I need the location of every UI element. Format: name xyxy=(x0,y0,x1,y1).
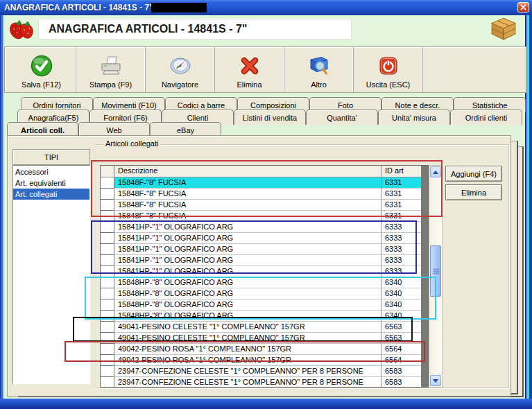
table-row[interactable]: 15848F-"8" FUCSIA6331 xyxy=(101,211,428,222)
table-row[interactable]: 15848F-"8" FUCSIA6331 xyxy=(101,189,428,200)
page-title-box: ANAGRAFICA ARTICOLI - 14841S - 7" xyxy=(38,19,352,40)
more-button[interactable]: Altro xyxy=(284,47,354,92)
cell-id-art: 6564 xyxy=(381,344,421,355)
table-row[interactable]: 15848HP-"8" OLOGRAFICO ARG6340 xyxy=(101,277,428,288)
table-row[interactable]: 15848HP-"8" OLOGRAFICO ARG6340 xyxy=(101,288,428,299)
table-row[interactable]: 49042-PESINO ROSA "1° COMPLEANNO" 157GR6… xyxy=(101,355,428,366)
save-button[interactable]: Salva (F12) xyxy=(7,47,76,92)
row-filler xyxy=(421,377,428,388)
scroll-up-button[interactable] xyxy=(430,166,441,177)
navigator-button[interactable]: Navigatore xyxy=(146,47,215,92)
table-row[interactable]: 15841HP-"1" OLOGRAFICO ARG6333 xyxy=(101,244,428,255)
red-x-icon xyxy=(238,54,261,78)
table-row[interactable]: 15848F-"8" FUCSIA6331 xyxy=(101,177,428,189)
tipi-listbox[interactable]: AccessoriArt. equivalentiArt. collegati xyxy=(12,165,90,384)
table-row[interactable]: 49041-PESINO CELESTE "1° COMPLEANNO" 157… xyxy=(101,322,428,333)
cell-descrizione: 15848HP-"8" OLOGRAFICO ARG xyxy=(114,299,381,311)
toolbar: Salva (F12) Stampa (F9) Navigatore xyxy=(4,46,526,93)
strawberries-icon xyxy=(8,17,37,42)
sidebar-item-art-collegati[interactable]: Art. collegati xyxy=(13,189,89,200)
table-row[interactable]: 15848F-"8" FUCSIA6331 xyxy=(101,200,428,211)
cell-id-art: 6331 xyxy=(381,211,421,222)
row-filler xyxy=(421,222,428,233)
articoli-coll-tab-page: TIPI AccessoriArt. equivalentiArt. colle… xyxy=(7,135,511,397)
compass-icon xyxy=(169,54,192,78)
row-filler xyxy=(421,277,428,288)
cell-descrizione: 49041-PESINO CELESTE "1° COMPLEANNO" 157… xyxy=(114,322,381,333)
linked-articles-grid[interactable]: Descrizione ID art 15848F-"8" FUCSIA6331… xyxy=(100,165,429,388)
table-row[interactable]: 23947-CONFEZIONE CELESTE "1° COMPLEANNO"… xyxy=(101,366,428,377)
row-filler xyxy=(421,200,428,211)
package-icon xyxy=(490,17,517,40)
tab-quantita[interactable]: Quantita' xyxy=(306,110,378,125)
table-row[interactable]: 15841HP-"1" OLOGRAFICO ARG6333 xyxy=(101,255,428,266)
table-row[interactable]: 15841HP-"1" OLOGRAFICO ARG6333 xyxy=(101,266,428,277)
delete-button[interactable]: Elimina xyxy=(215,47,284,92)
cell-id-art: 6331 xyxy=(381,200,421,211)
delete-row-button[interactable]: Elimina xyxy=(445,184,502,200)
cell-descrizione: 15841HP-"1" OLOGRAFICO ARG xyxy=(114,255,381,266)
table-row[interactable]: 49041-PESINO CELESTE "1° COMPLEANNO" 157… xyxy=(101,333,428,344)
row-indicator-cell xyxy=(101,311,114,322)
row-indicator-cell xyxy=(101,211,114,222)
scroll-thumb[interactable] xyxy=(430,245,441,297)
tab-ordini-clienti[interactable]: Ordini clienti xyxy=(450,110,522,125)
close-button[interactable] xyxy=(517,2,529,12)
navigator-button-label: Navigatore xyxy=(162,80,198,89)
cell-descrizione: 15841HP-"1" OLOGRAFICO ARG xyxy=(114,244,381,255)
row-filler xyxy=(421,311,428,322)
cell-descrizione: 15848F-"8" FUCSIA xyxy=(114,177,381,189)
tab-listini-di-vendita[interactable]: Listini di vendita xyxy=(234,110,306,125)
chevron-up-icon xyxy=(433,171,438,174)
scroll-grip-icon xyxy=(434,269,439,270)
row-indicator-cell xyxy=(101,255,114,266)
table-row[interactable]: 23947-CONFEZIONE CELESTE "1° COMPLEANNO"… xyxy=(101,377,428,388)
add-button[interactable]: Aggiungi (F4) xyxy=(445,166,502,182)
grid-header-row: Descrizione ID art xyxy=(101,166,428,177)
table-row[interactable]: 49042-PESINO ROSA "1° COMPLEANNO" 157GR6… xyxy=(101,344,428,355)
row-filler xyxy=(421,233,428,244)
cell-descrizione: 15848F-"8" FUCSIA xyxy=(114,211,381,222)
save-button-label: Salva (F12) xyxy=(22,80,61,89)
sidebar-item-art-equivalenti[interactable]: Art. equivalenti xyxy=(13,177,89,189)
window-border-bottom xyxy=(0,399,532,409)
articoli-collegati-group-label: Articoli collegati xyxy=(103,139,160,148)
sidebar-item-accessori[interactable]: Accessori xyxy=(13,166,89,177)
table-row[interactable]: 15848HP-"8" OLOGRAFICO ARG6340 xyxy=(101,311,428,322)
grid-col-id-art: ID art xyxy=(381,166,421,177)
cell-id-art: 6583 xyxy=(381,366,421,377)
window-border-left xyxy=(0,15,3,409)
row-filler xyxy=(421,322,428,333)
cell-id-art: 6331 xyxy=(381,189,421,200)
cell-descrizione: 15848F-"8" FUCSIA xyxy=(114,200,381,211)
table-row[interactable]: 15848HP-"8" OLOGRAFICO ARG6340 xyxy=(101,299,428,311)
cell-descrizione: 23947-CONFEZIONE CELESTE "1° COMPLEANNO"… xyxy=(114,377,381,388)
grid-vertical-scrollbar[interactable] xyxy=(429,165,443,388)
table-row[interactable]: 15841HP-"1" OLOGRAFICO ARG6333 xyxy=(101,233,428,244)
printer-icon xyxy=(99,54,123,78)
row-indicator-cell xyxy=(101,333,114,344)
grid-indicator-header xyxy=(101,166,114,177)
cell-descrizione: 15841HP-"1" OLOGRAFICO ARG xyxy=(114,222,381,233)
titlebar[interactable]: ANAGRAFICA ARTICOLI - 14841S - 7" - xyxy=(0,0,532,15)
power-icon xyxy=(377,54,400,78)
titlebar-text: ANAGRAFICA ARTICOLI - 14841S - 7" - xyxy=(4,3,158,12)
cell-descrizione: 15841HP-"1" OLOGRAFICO ARG xyxy=(114,233,381,244)
cell-id-art: 6340 xyxy=(381,277,421,288)
cell-id-art: 6331 xyxy=(381,177,421,189)
cell-id-art: 6563 xyxy=(381,333,421,344)
row-indicator-cell xyxy=(101,277,114,288)
print-button-label: Stampa (F9) xyxy=(89,80,132,89)
print-button[interactable]: Stampa (F9) xyxy=(76,47,146,92)
row-indicator-cell xyxy=(101,355,114,366)
table-row[interactable]: 15841HP-"1" OLOGRAFICO ARG6333 xyxy=(101,222,428,233)
cell-descrizione: 15848HP-"8" OLOGRAFICO ARG xyxy=(114,311,381,322)
scroll-down-button[interactable] xyxy=(430,375,441,386)
cell-id-art: 6340 xyxy=(381,311,421,322)
exit-button[interactable]: Uscita (ESC) xyxy=(354,47,423,92)
cell-descrizione: 15848HP-"8" OLOGRAFICO ARG xyxy=(114,277,381,288)
row-indicator-cell xyxy=(101,344,114,355)
row-filler xyxy=(421,355,428,366)
header-band: ANAGRAFICA ARTICOLI - 14841S - 7" xyxy=(3,15,525,44)
tab-unita-misura[interactable]: Unita' misura xyxy=(378,110,450,125)
